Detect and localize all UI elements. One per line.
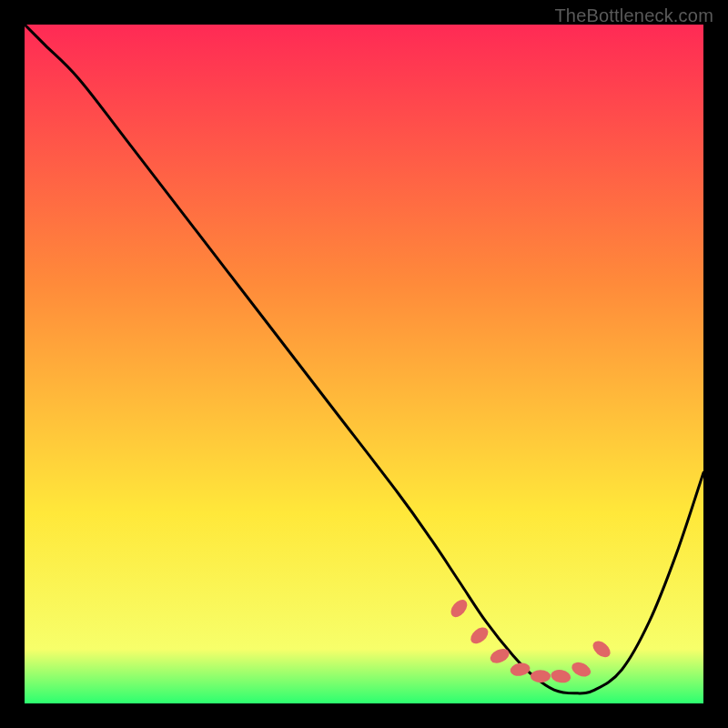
chart-svg: [25, 25, 703, 703]
chart-background: [25, 25, 703, 703]
watermark-text: TheBottleneck.com: [554, 5, 713, 26]
chart-plot-area: [25, 25, 703, 703]
highlight-marker: [531, 670, 551, 682]
